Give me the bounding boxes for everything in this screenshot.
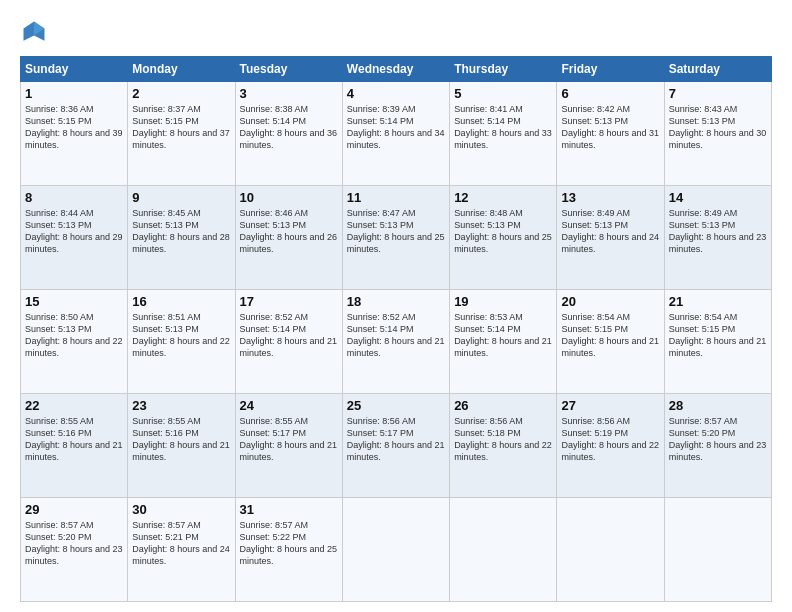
day-info: Sunrise: 8:53 AMSunset: 5:14 PMDaylight:… (454, 311, 552, 360)
calendar-day-cell: 20 Sunrise: 8:54 AMSunset: 5:15 PMDaylig… (557, 290, 664, 394)
day-info: Sunrise: 8:52 AMSunset: 5:14 PMDaylight:… (240, 311, 338, 360)
day-info: Sunrise: 8:47 AMSunset: 5:13 PMDaylight:… (347, 207, 445, 256)
day-info: Sunrise: 8:57 AMSunset: 5:21 PMDaylight:… (132, 519, 230, 568)
day-info: Sunrise: 8:44 AMSunset: 5:13 PMDaylight:… (25, 207, 123, 256)
day-info: Sunrise: 8:42 AMSunset: 5:13 PMDaylight:… (561, 103, 659, 152)
weekday-header-cell: Monday (128, 57, 235, 82)
calendar-day-cell: 12 Sunrise: 8:48 AMSunset: 5:13 PMDaylig… (450, 186, 557, 290)
day-number: 10 (240, 190, 338, 205)
day-number: 5 (454, 86, 552, 101)
weekday-header-cell: Friday (557, 57, 664, 82)
day-number: 12 (454, 190, 552, 205)
day-info: Sunrise: 8:57 AMSunset: 5:20 PMDaylight:… (669, 415, 767, 464)
calendar-day-cell: 7 Sunrise: 8:43 AMSunset: 5:13 PMDayligh… (664, 82, 771, 186)
logo-icon (20, 18, 48, 46)
day-info: Sunrise: 8:36 AMSunset: 5:15 PMDaylight:… (25, 103, 123, 152)
day-info: Sunrise: 8:54 AMSunset: 5:15 PMDaylight:… (561, 311, 659, 360)
day-number: 31 (240, 502, 338, 517)
day-info: Sunrise: 8:52 AMSunset: 5:14 PMDaylight:… (347, 311, 445, 360)
weekday-header-cell: Saturday (664, 57, 771, 82)
day-info: Sunrise: 8:57 AMSunset: 5:22 PMDaylight:… (240, 519, 338, 568)
day-info: Sunrise: 8:45 AMSunset: 5:13 PMDaylight:… (132, 207, 230, 256)
day-info: Sunrise: 8:57 AMSunset: 5:20 PMDaylight:… (25, 519, 123, 568)
day-info: Sunrise: 8:56 AMSunset: 5:19 PMDaylight:… (561, 415, 659, 464)
calendar-day-cell: 17 Sunrise: 8:52 AMSunset: 5:14 PMDaylig… (235, 290, 342, 394)
day-info: Sunrise: 8:51 AMSunset: 5:13 PMDaylight:… (132, 311, 230, 360)
day-number: 1 (25, 86, 123, 101)
calendar-day-cell: 2 Sunrise: 8:37 AMSunset: 5:15 PMDayligh… (128, 82, 235, 186)
calendar-day-cell: 11 Sunrise: 8:47 AMSunset: 5:13 PMDaylig… (342, 186, 449, 290)
calendar-day-cell: 3 Sunrise: 8:38 AMSunset: 5:14 PMDayligh… (235, 82, 342, 186)
calendar-day-cell: 5 Sunrise: 8:41 AMSunset: 5:14 PMDayligh… (450, 82, 557, 186)
calendar-day-cell: 25 Sunrise: 8:56 AMSunset: 5:17 PMDaylig… (342, 394, 449, 498)
day-number: 29 (25, 502, 123, 517)
weekday-header-row: SundayMondayTuesdayWednesdayThursdayFrid… (21, 57, 772, 82)
calendar-week-row: 15 Sunrise: 8:50 AMSunset: 5:13 PMDaylig… (21, 290, 772, 394)
calendar-day-cell: 1 Sunrise: 8:36 AMSunset: 5:15 PMDayligh… (21, 82, 128, 186)
calendar-day-cell: 31 Sunrise: 8:57 AMSunset: 5:22 PMDaylig… (235, 498, 342, 602)
calendar-day-cell (664, 498, 771, 602)
day-info: Sunrise: 8:49 AMSunset: 5:13 PMDaylight:… (669, 207, 767, 256)
day-number: 23 (132, 398, 230, 413)
calendar-day-cell: 22 Sunrise: 8:55 AMSunset: 5:16 PMDaylig… (21, 394, 128, 498)
day-number: 17 (240, 294, 338, 309)
day-info: Sunrise: 8:38 AMSunset: 5:14 PMDaylight:… (240, 103, 338, 152)
calendar-day-cell: 21 Sunrise: 8:54 AMSunset: 5:15 PMDaylig… (664, 290, 771, 394)
day-number: 7 (669, 86, 767, 101)
page-header (20, 18, 772, 46)
day-info: Sunrise: 8:56 AMSunset: 5:18 PMDaylight:… (454, 415, 552, 464)
weekday-header-cell: Thursday (450, 57, 557, 82)
calendar-day-cell: 16 Sunrise: 8:51 AMSunset: 5:13 PMDaylig… (128, 290, 235, 394)
day-number: 13 (561, 190, 659, 205)
day-info: Sunrise: 8:55 AMSunset: 5:16 PMDaylight:… (25, 415, 123, 464)
weekday-header-cell: Tuesday (235, 57, 342, 82)
day-number: 9 (132, 190, 230, 205)
day-number: 4 (347, 86, 445, 101)
calendar-week-row: 22 Sunrise: 8:55 AMSunset: 5:16 PMDaylig… (21, 394, 772, 498)
day-number: 24 (240, 398, 338, 413)
calendar-day-cell: 13 Sunrise: 8:49 AMSunset: 5:13 PMDaylig… (557, 186, 664, 290)
calendar-page: SundayMondayTuesdayWednesdayThursdayFrid… (0, 0, 792, 612)
day-number: 26 (454, 398, 552, 413)
calendar-day-cell (450, 498, 557, 602)
calendar-day-cell (557, 498, 664, 602)
day-number: 21 (669, 294, 767, 309)
day-number: 11 (347, 190, 445, 205)
calendar-day-cell: 9 Sunrise: 8:45 AMSunset: 5:13 PMDayligh… (128, 186, 235, 290)
day-info: Sunrise: 8:48 AMSunset: 5:13 PMDaylight:… (454, 207, 552, 256)
day-info: Sunrise: 8:49 AMSunset: 5:13 PMDaylight:… (561, 207, 659, 256)
day-number: 28 (669, 398, 767, 413)
day-info: Sunrise: 8:54 AMSunset: 5:15 PMDaylight:… (669, 311, 767, 360)
calendar-day-cell: 27 Sunrise: 8:56 AMSunset: 5:19 PMDaylig… (557, 394, 664, 498)
day-number: 14 (669, 190, 767, 205)
calendar-day-cell: 4 Sunrise: 8:39 AMSunset: 5:14 PMDayligh… (342, 82, 449, 186)
calendar-day-cell: 10 Sunrise: 8:46 AMSunset: 5:13 PMDaylig… (235, 186, 342, 290)
day-info: Sunrise: 8:56 AMSunset: 5:17 PMDaylight:… (347, 415, 445, 464)
calendar-day-cell: 15 Sunrise: 8:50 AMSunset: 5:13 PMDaylig… (21, 290, 128, 394)
calendar-day-cell: 14 Sunrise: 8:49 AMSunset: 5:13 PMDaylig… (664, 186, 771, 290)
calendar-day-cell: 19 Sunrise: 8:53 AMSunset: 5:14 PMDaylig… (450, 290, 557, 394)
calendar-day-cell: 18 Sunrise: 8:52 AMSunset: 5:14 PMDaylig… (342, 290, 449, 394)
calendar-week-row: 1 Sunrise: 8:36 AMSunset: 5:15 PMDayligh… (21, 82, 772, 186)
day-number: 20 (561, 294, 659, 309)
day-number: 8 (25, 190, 123, 205)
day-number: 3 (240, 86, 338, 101)
calendar-day-cell: 30 Sunrise: 8:57 AMSunset: 5:21 PMDaylig… (128, 498, 235, 602)
calendar-day-cell: 23 Sunrise: 8:55 AMSunset: 5:16 PMDaylig… (128, 394, 235, 498)
calendar-body: 1 Sunrise: 8:36 AMSunset: 5:15 PMDayligh… (21, 82, 772, 602)
calendar-day-cell: 28 Sunrise: 8:57 AMSunset: 5:20 PMDaylig… (664, 394, 771, 498)
calendar-day-cell: 24 Sunrise: 8:55 AMSunset: 5:17 PMDaylig… (235, 394, 342, 498)
weekday-header-cell: Sunday (21, 57, 128, 82)
day-number: 19 (454, 294, 552, 309)
day-number: 16 (132, 294, 230, 309)
calendar-day-cell (342, 498, 449, 602)
day-info: Sunrise: 8:55 AMSunset: 5:16 PMDaylight:… (132, 415, 230, 464)
day-info: Sunrise: 8:55 AMSunset: 5:17 PMDaylight:… (240, 415, 338, 464)
weekday-header-cell: Wednesday (342, 57, 449, 82)
day-number: 25 (347, 398, 445, 413)
day-number: 6 (561, 86, 659, 101)
day-info: Sunrise: 8:41 AMSunset: 5:14 PMDaylight:… (454, 103, 552, 152)
day-info: Sunrise: 8:39 AMSunset: 5:14 PMDaylight:… (347, 103, 445, 152)
day-number: 27 (561, 398, 659, 413)
day-number: 22 (25, 398, 123, 413)
